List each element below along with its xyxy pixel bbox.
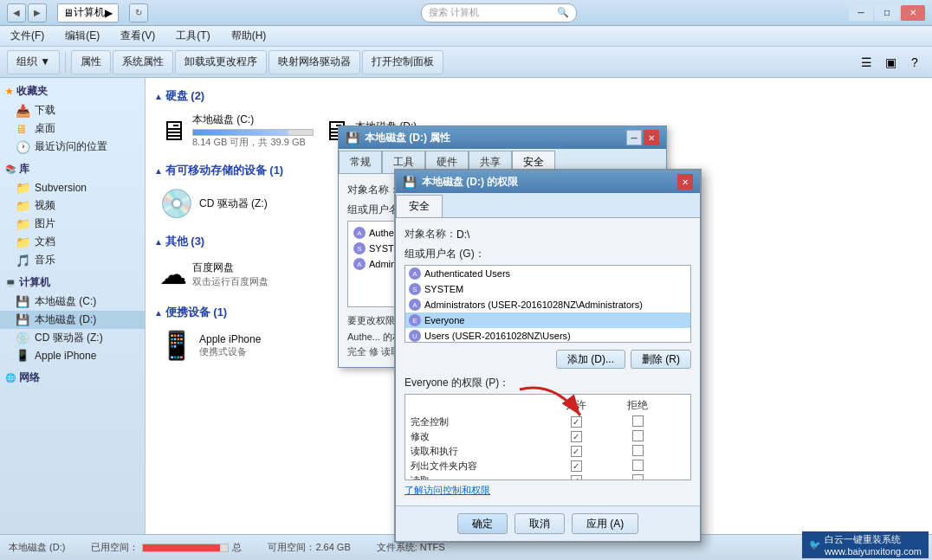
iphone-icon: 📱	[16, 349, 29, 363]
view-toggle-button[interactable]: ☰	[856, 52, 877, 73]
close-button[interactable]: ✕	[901, 5, 925, 21]
cd-info: CD 驱动器 (Z:)	[199, 196, 268, 211]
status-bar-fill	[143, 544, 219, 551]
network-header[interactable]: 🌐 网络	[0, 368, 145, 388]
uninstall-button[interactable]: 卸载或更改程序	[175, 50, 267, 74]
drive-c-icon: 💾	[16, 295, 29, 309]
main-layout: ★ 收藏夹 📥 下载 🖥 桌面 🕐 最近访问的位置 📚 库 📁	[0, 78, 932, 534]
sidebar-item-label: 桌面	[35, 121, 55, 136]
preview-button[interactable]: ▣	[880, 52, 901, 73]
iphone-item[interactable]: 📱 Apple iPhone 便携式设备	[152, 325, 308, 365]
video-icon: 📁	[16, 199, 29, 213]
sidebar-item-label: 图片	[35, 216, 55, 231]
computer-label: 计算机	[19, 275, 50, 290]
address-icon: 🖥	[63, 7, 74, 19]
status-used: 已用空间： 总	[91, 541, 242, 554]
baidu-item[interactable]: ☁ 百度网盘 双击运行百度网盘	[152, 254, 308, 294]
sidebar-item-z[interactable]: 💿 CD 驱动器 (Z:)	[0, 329, 145, 347]
sidebar-item-documents[interactable]: 📁 文档	[0, 233, 145, 251]
sys-properties-button[interactable]: 系统属性	[113, 50, 173, 74]
status-fs-label: 文件系统: NTFS	[377, 541, 445, 554]
toolbar-right: ☰ ▣ ?	[856, 52, 925, 73]
sidebar-item-music[interactable]: 🎵 音乐	[0, 251, 145, 269]
refresh-button[interactable]: ↻	[129, 3, 148, 23]
drive-c-big-icon: 🖥	[159, 115, 187, 147]
address-text: 计算机	[74, 5, 105, 20]
cd-name: CD 驱动器 (Z:)	[199, 196, 268, 211]
iphone-big-icon: 📱	[159, 329, 194, 362]
subversion-icon: 📁	[16, 181, 29, 195]
other-grid: ☁ 百度网盘 双击运行百度网盘	[152, 254, 925, 294]
favorites-section: ★ 收藏夹 📥 下载 🖥 桌面 🕐 最近访问的位置	[0, 81, 145, 156]
sidebar-item-download[interactable]: 📥 下载	[0, 101, 145, 119]
status-filesystem: 文件系统: NTFS	[377, 541, 445, 554]
drive-d-bar	[355, 136, 476, 143]
removable-grid: 💿 CD 驱动器 (Z:)	[152, 183, 925, 223]
cd-drive-item[interactable]: 💿 CD 驱动器 (Z:)	[152, 183, 308, 223]
minimize-button[interactable]: ─	[849, 5, 873, 21]
title-bar: ◀ ▶ 🖥 计算机 ▶ ↻ 搜索 计算机 🔍 ─ □ ✕	[0, 0, 932, 26]
drive-d-fill	[356, 137, 469, 142]
portable-grid: 📱 Apple iPhone 便携式设备	[152, 325, 925, 365]
properties-button[interactable]: 属性	[71, 50, 111, 74]
sidebar-item-label: Subversion	[35, 182, 87, 194]
recent-icon: 🕐	[16, 140, 29, 154]
maximize-button[interactable]: □	[875, 5, 899, 21]
search-bar[interactable]: 搜索 计算机 🔍	[421, 3, 577, 23]
computer-header[interactable]: 💻 计算机	[0, 273, 145, 293]
harddisks-title[interactable]: 硬盘 (2)	[152, 88, 925, 104]
menu-tools[interactable]: 工具(T)	[172, 27, 213, 45]
sidebar-item-label: 本地磁盘 (D:)	[35, 312, 96, 327]
drive-c-item[interactable]: 🖥 本地磁盘 (C:) 8.14 GB 可用，共 39.9 GB	[152, 109, 308, 152]
status-bar: 本地磁盘 (D:) 已用空间： 总 可用空间：2.64 GB 文件系统: NTF…	[0, 534, 932, 560]
sidebar-item-c[interactable]: 💾 本地磁盘 (C:)	[0, 293, 145, 311]
drive-d-big-icon: 🖥	[322, 115, 350, 147]
library-header[interactable]: 📚 库	[0, 159, 145, 179]
address-bar[interactable]: 🖥 计算机 ▶	[57, 3, 119, 23]
computer-arrow: 💻	[5, 278, 16, 287]
network-arrow: 🌐	[5, 373, 16, 383]
desktop-icon: 🖥	[16, 122, 29, 136]
sidebar-item-label: 本地磁盘 (C:)	[35, 294, 96, 309]
library-section: 📚 库 📁 Subversion 📁 视频 📁 图片 📁 文档 🎵 音乐	[0, 159, 145, 269]
documents-icon: 📁	[16, 235, 29, 249]
sidebar-item-label: 音乐	[35, 253, 55, 267]
sidebar-item-iphone[interactable]: 📱 Apple iPhone	[0, 347, 145, 364]
favorites-header[interactable]: ★ 收藏夹	[0, 81, 145, 101]
drive-c-bar	[192, 129, 314, 136]
sidebar-item-desktop[interactable]: 🖥 桌面	[0, 119, 145, 138]
control-panel-button[interactable]: 打开控制面板	[362, 50, 443, 74]
status-used-bar	[142, 544, 229, 552]
forward-button[interactable]: ▶	[28, 3, 47, 23]
sidebar-item-label: 下载	[35, 103, 55, 118]
sidebar-item-recent[interactable]: 🕐 最近访问的位置	[0, 138, 145, 156]
sidebar-item-label: Apple iPhone	[35, 350, 96, 362]
sidebar-item-pictures[interactable]: 📁 图片	[0, 215, 145, 233]
sidebar-item-subversion[interactable]: 📁 Subversion	[0, 179, 145, 196]
sidebar-item-d[interactable]: 💾 本地磁盘 (D:)	[0, 311, 145, 329]
menu-help[interactable]: 帮助(H)	[228, 27, 270, 45]
menu-view[interactable]: 查看(V)	[117, 27, 159, 45]
music-icon: 🎵	[16, 254, 29, 267]
drive-d-item[interactable]: 🖥 本地磁盘 (D:)	[315, 109, 471, 152]
nav-buttons: ◀ ▶	[7, 3, 47, 23]
address-arrow: ▶	[105, 7, 113, 19]
toolbar-separator	[65, 52, 66, 73]
pictures-icon: 📁	[16, 217, 29, 231]
sidebar: ★ 收藏夹 📥 下载 🖥 桌面 🕐 最近访问的位置 📚 库 📁	[0, 78, 146, 534]
other-title[interactable]: 其他 (3)	[152, 234, 925, 249]
status-total-label: 总	[232, 541, 242, 554]
map-drive-button[interactable]: 映射网络驱动器	[269, 50, 360, 74]
menu-file[interactable]: 文件(F)	[7, 27, 48, 45]
favorites-label: 收藏夹	[16, 84, 48, 99]
portable-title[interactable]: 便携设备 (1)	[152, 305, 925, 320]
menu-edit[interactable]: 编辑(E)	[61, 27, 103, 45]
organize-button[interactable]: 组织 ▼	[7, 50, 60, 74]
removable-title[interactable]: 有可移动存储的设备 (1)	[152, 163, 925, 178]
drive-d-info: 本地磁盘 (D:)	[355, 119, 476, 143]
favorites-arrow: ★	[5, 87, 13, 96]
help-icon[interactable]: ?	[904, 52, 925, 73]
sidebar-item-video[interactable]: 📁 视频	[0, 196, 145, 215]
drive-d-icon: 💾	[16, 313, 29, 327]
back-button[interactable]: ◀	[7, 3, 26, 23]
